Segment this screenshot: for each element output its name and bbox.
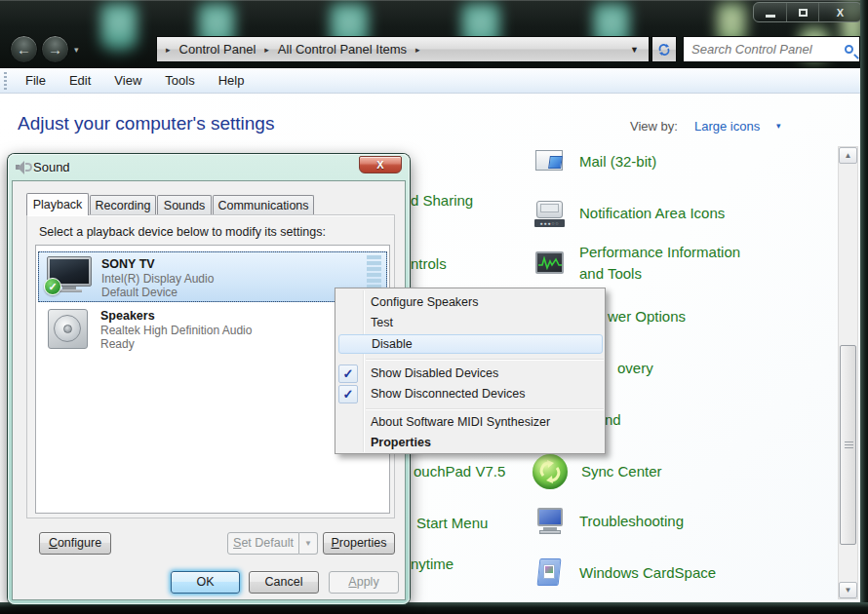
search-box [683,36,860,62]
menu-item-disable[interactable]: Disable [338,334,603,354]
cp-item-label[interactable]: Notification Area Icons [579,203,809,224]
sound-dialog-icon [16,161,29,173]
breadcrumb-control-panel[interactable]: Control Panel [179,42,256,57]
caption-buttons: X [753,2,862,22]
refresh-icon [657,43,671,57]
cp-item-label[interactable]: Mail (32-bit) [579,151,809,173]
cp-item-cardspace[interactable]: Windows CardSpace [534,557,809,589]
chevron-down-icon[interactable]: ▾ [776,121,781,131]
crumb-arrow-icon: ▸ [166,45,171,55]
properties-button[interactable]: Properties [323,532,395,555]
notification-area-icon: ●●●○○ [534,198,566,229]
sound-dialog-close-button[interactable]: X [359,156,402,173]
cp-item-label[interactable]: Performance Information and Tools [579,242,760,285]
window-frame-right [860,0,868,606]
menu-item-show-disconnected-devices[interactable]: ✓ Show Disconnected Devices [338,384,603,404]
minimize-button[interactable] [754,3,786,21]
cancel-button[interactable]: Cancel [249,571,319,594]
tv-icon: ✓ [47,256,92,293]
check-icon: ✓ [338,365,358,383]
page-title: Adjust your computer's settings [18,113,274,134]
device-status: Default Device [101,286,178,299]
scroll-down-button[interactable]: ▼ [839,582,857,598]
forward-button[interactable]: → [41,35,69,63]
cp-item-performance[interactable]: Performance Information and Tools [534,242,760,285]
apply-button[interactable]: Apply [329,571,399,594]
cp-item-mail[interactable]: Mail (32-bit) [534,146,809,177]
maximize-button[interactable] [786,3,818,21]
breadcrumb[interactable]: ▸ Control Panel ▸ All Control Panel Item… [156,36,650,62]
playback-instruction: Select a playback device below to modify… [39,225,326,239]
cp-item-partial-sound[interactable]: nd [605,411,621,428]
troubleshooting-icon [534,506,566,537]
cp-item-partial-touchpad[interactable]: ouchPad V7.5 [414,463,505,480]
scroll-up-button[interactable]: ▲ [839,147,857,164]
close-button[interactable]: X [818,3,861,21]
cp-item-partial-recovery[interactable]: overy [617,360,653,376]
screen: X ← → ▾ ▸ Control Panel ▸ All Control Pa… [0,0,868,614]
menu-separator [366,408,604,409]
device-name: SONY TV [101,257,155,271]
tab-playback[interactable]: Playback [26,193,89,215]
menu-item-properties[interactable]: Properties [338,433,603,453]
menubar-grip [4,72,7,90]
menubar: File Edit View Tools Help [0,68,868,94]
speaker-icon [48,309,88,349]
sync-center-icon [533,454,568,489]
set-default-dropdown[interactable]: ▼ [299,532,318,555]
menu-file[interactable]: File [14,73,58,88]
forward-icon: → [48,41,62,58]
menu-view[interactable]: View [102,73,153,88]
view-by-label: View by: [630,119,678,134]
cp-item-label[interactable]: Sync Center [581,461,810,482]
scrollbar-grip [845,441,853,449]
configure-button[interactable]: Configure [39,532,111,555]
recent-pages-dropdown[interactable]: ▾ [74,45,79,55]
minimize-icon [766,15,775,18]
ok-button[interactable]: OK [171,571,240,594]
desktop-icon-blur [100,3,138,59]
menu-edit[interactable]: Edit [58,73,102,88]
cp-item-troubleshooting[interactable]: Troubleshooting [534,506,809,537]
search-icon[interactable] [845,45,853,54]
scrollbar-thumb[interactable] [840,345,856,545]
cp-item-partial-power-options[interactable]: wer Options [608,308,686,325]
close-icon: X [837,7,844,19]
menu-separator [366,359,604,360]
tab-recording[interactable]: Recording [90,195,156,214]
maximize-icon [799,9,808,17]
menu-tools[interactable]: Tools [153,73,206,88]
breadcrumb-all-items[interactable]: All Control Panel Items [278,42,407,57]
menu-item-about-midi-synthesizer[interactable]: About Software MIDI Synthesizer [338,412,603,433]
menu-item-show-disabled-devices[interactable]: ✓ Show Disabled Devices [338,364,603,384]
cp-item-notification-area-icons[interactable]: ●●●○○ Notification Area Icons [534,198,809,229]
menu-help[interactable]: Help [207,73,256,88]
cp-item-partial-start-menu[interactable]: Start Menu [416,515,488,531]
back-button[interactable]: ← [10,35,38,63]
performance-icon [534,248,566,279]
view-by-dropdown[interactable]: Large icons [694,119,760,134]
sound-dialog-title: Sound [33,160,70,174]
cp-item-label[interactable]: Troubleshooting [579,511,809,532]
set-default-button[interactable]: Set Default [227,532,299,555]
mail-icon [534,146,566,177]
tab-communications[interactable]: Communications [213,195,314,214]
check-icon: ✓ [338,385,358,403]
search-input[interactable] [690,41,845,58]
address-dropdown-icon[interactable]: ▼ [630,45,639,55]
menu-item-configure-speakers[interactable]: Configure Speakers [338,292,603,313]
tab-sounds[interactable]: Sounds [157,195,212,214]
chevron-down-icon: ▼ [304,539,312,548]
vertical-scrollbar[interactable]: ▲ ▼ [838,146,858,599]
cp-item-sync-center[interactable]: Sync Center [533,454,810,489]
back-icon: ← [17,41,31,58]
cp-item-label[interactable]: Windows CardSpace [579,562,809,584]
cardspace-icon [534,557,566,589]
menu-item-test[interactable]: Test [338,313,603,333]
cp-item-partial-sharing[interactable]: d Sharing [411,192,473,209]
cp-item-partial-anytime[interactable]: nytime [411,556,454,572]
refresh-button[interactable] [651,36,677,62]
device-name: Speakers [100,309,155,323]
cp-item-partial-controls[interactable]: ntrols [411,255,447,272]
device-description: Realtek High Definition Audio [100,324,252,337]
